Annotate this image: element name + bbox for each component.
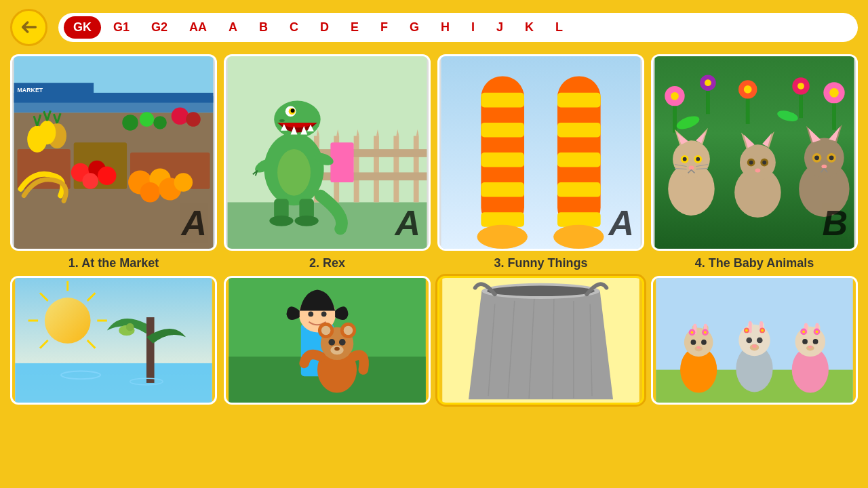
svg-point-217 — [816, 330, 818, 333]
svg-point-57 — [277, 149, 311, 196]
svg-rect-72 — [557, 93, 601, 108]
book-item-1[interactable]: MARKET A 1. At the Market — [10, 54, 217, 270]
app-container: GK G1 G2 AA A B C D E F G H I J K L — [0, 0, 868, 405]
svg-point-113 — [740, 144, 776, 180]
book-item-7[interactable] — [437, 276, 644, 405]
tab-gk[interactable]: GK — [64, 16, 101, 39]
svg-point-185 — [696, 346, 701, 349]
svg-point-216 — [802, 330, 805, 333]
book-cover-4: B — [651, 54, 858, 251]
tab-a[interactable]: A — [219, 16, 247, 39]
svg-rect-32 — [374, 136, 379, 203]
book-cover-2: A — [224, 54, 431, 251]
svg-point-135 — [45, 298, 91, 344]
svg-point-211 — [813, 339, 818, 344]
book-cover-6 — [224, 276, 431, 405]
svg-rect-94 — [832, 104, 836, 130]
svg-point-131 — [814, 155, 819, 160]
nav-bar: GK G1 G2 AA A B C D E F G H I J K L — [0, 0, 868, 54]
tab-b[interactable]: B — [250, 16, 277, 39]
svg-point-183 — [701, 340, 707, 345]
svg-rect-33 — [393, 136, 399, 203]
tab-c[interactable]: C — [280, 16, 308, 39]
svg-point-12 — [140, 182, 160, 202]
svg-point-133 — [821, 165, 827, 169]
svg-rect-91 — [799, 95, 803, 118]
svg-point-22 — [172, 107, 189, 124]
book-item-2[interactable]: A 2. Rex — [224, 54, 431, 270]
tab-g2[interactable]: G2 — [142, 16, 177, 39]
svg-point-23 — [186, 112, 201, 127]
svg-point-98 — [673, 140, 710, 178]
book-cover-5 — [10, 276, 217, 405]
book-title-4: 4. The Baby Animals — [695, 256, 814, 270]
book-title-1: 1. At the Market — [68, 256, 159, 270]
svg-point-84 — [705, 79, 711, 86]
svg-rect-85 — [706, 91, 710, 114]
svg-point-17 — [82, 173, 98, 189]
svg-point-182 — [691, 340, 696, 345]
svg-rect-88 — [746, 99, 750, 124]
tab-h[interactable]: H — [431, 16, 459, 39]
svg-point-196 — [746, 338, 752, 344]
svg-rect-75 — [557, 182, 601, 197]
svg-rect-74 — [557, 152, 601, 167]
svg-point-160 — [344, 326, 353, 336]
svg-point-93 — [829, 88, 839, 98]
tab-i[interactable]: I — [462, 16, 484, 39]
svg-point-205 — [795, 327, 826, 357]
level-badge-2: A — [395, 203, 420, 243]
svg-point-210 — [802, 339, 808, 344]
book-cover-7 — [437, 276, 644, 405]
svg-point-197 — [757, 338, 763, 344]
tab-e[interactable]: E — [341, 16, 368, 39]
svg-point-203 — [761, 329, 764, 332]
svg-point-90 — [797, 83, 804, 89]
svg-rect-44 — [330, 142, 353, 182]
svg-point-21 — [153, 116, 167, 129]
tab-f[interactable]: F — [371, 16, 397, 39]
svg-rect-31 — [354, 136, 359, 203]
svg-point-54 — [279, 119, 285, 122]
book-cover-3: A — [437, 54, 644, 251]
tab-j[interactable]: J — [487, 16, 513, 39]
svg-point-60 — [269, 216, 293, 226]
tab-aa[interactable]: AA — [180, 16, 216, 39]
book-item-5[interactable] — [10, 276, 217, 405]
svg-rect-76 — [557, 212, 601, 227]
svg-rect-144 — [146, 317, 155, 383]
book-cover-8 — [651, 276, 858, 405]
svg-point-120 — [749, 161, 753, 165]
svg-point-202 — [745, 329, 748, 332]
tab-k[interactable]: K — [515, 16, 543, 39]
svg-point-18 — [98, 167, 116, 185]
svg-point-191 — [738, 325, 770, 356]
svg-point-14 — [174, 173, 193, 191]
svg-point-122 — [755, 169, 760, 173]
tab-g1[interactable]: G1 — [104, 16, 139, 39]
svg-point-124 — [804, 138, 844, 178]
tab-d[interactable]: D — [311, 16, 338, 39]
svg-point-132 — [829, 155, 834, 160]
svg-point-77 — [553, 225, 604, 249]
book-title-3: 3. Funny Things — [494, 256, 588, 270]
level-badge-4: B — [822, 203, 848, 243]
svg-point-161 — [328, 339, 335, 346]
svg-point-167 — [487, 286, 595, 296]
svg-rect-68 — [481, 182, 524, 197]
svg-point-107 — [689, 166, 694, 170]
book-cover-1: MARKET A — [10, 54, 217, 251]
book-item-6[interactable] — [224, 276, 431, 405]
book-item-3[interactable]: A 3. Funny Things — [437, 54, 644, 270]
tab-l[interactable]: L — [546, 16, 572, 39]
svg-point-164 — [334, 347, 340, 351]
books-row-2 — [7, 276, 861, 405]
svg-point-87 — [744, 85, 752, 94]
tab-g[interactable]: G — [400, 16, 429, 39]
svg-point-9 — [39, 121, 56, 144]
svg-point-146 — [126, 323, 134, 331]
book-item-8[interactable] — [651, 276, 858, 405]
book-item-4[interactable]: B 4. The Baby Animals — [651, 54, 858, 270]
back-button[interactable] — [10, 9, 47, 46]
level-badge-3: A — [608, 203, 634, 243]
